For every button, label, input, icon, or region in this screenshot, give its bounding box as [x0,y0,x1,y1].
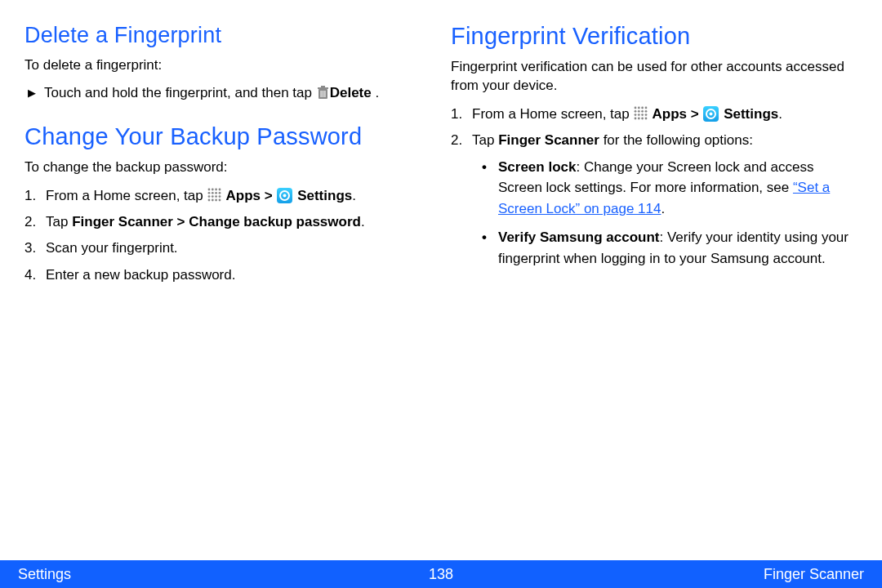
svg-point-27 [645,106,648,109]
heading-verification: Fingerprint Verification [451,23,858,50]
triangle-step: ▶ Touch and hold the fingerprint, and th… [28,83,431,104]
list-item: 1.From a Home screen, tap Apps > Setting… [451,104,858,125]
list-item: 2.Tap Finger Scanner > Change backup pas… [24,212,431,233]
left-column: Delete a Fingerprint To delete a fingerp… [24,23,431,291]
svg-point-28 [635,110,637,113]
triangle-bullet-icon: ▶ [28,87,36,99]
svg-rect-1 [318,87,328,89]
footer-page-number: 138 [429,566,453,583]
step-body: From a Home screen, tap Apps > Settings. [472,104,858,125]
svg-point-24 [635,106,637,109]
list-item: Screen lock: Change your Screen lock and… [482,157,858,220]
footer-right: Finger Scanner [764,566,864,583]
text: Tap [472,132,498,148]
change-steps-list: 1.From a Home screen, tap Apps > Setting… [24,185,431,286]
list-item: 1.From a Home screen, tap Apps > Setting… [24,185,431,207]
options-bullet-list: Screen lock: Change your Screen lock and… [482,157,858,270]
num: 2. [24,212,46,233]
svg-point-41 [710,112,713,115]
num: 3. [24,238,46,259]
bold-delete: Delete [330,85,372,100]
svg-point-34 [642,114,644,116]
num: 1. [451,104,472,125]
text: . [778,106,782,122]
bold-fs: Finger Scanner [498,132,599,148]
step-body: Tap Finger Scanner for the following opt… [472,130,858,277]
two-column-layout: Delete a Fingerprint To delete a fingerp… [0,0,882,291]
svg-point-9 [219,188,221,190]
svg-point-23 [283,194,287,197]
svg-point-7 [212,188,214,190]
text: . [372,85,379,100]
svg-point-32 [635,114,637,116]
bold-settings: Settings [293,188,352,203]
right-column: Fingerprint Verification Fingerprint ver… [451,23,858,291]
svg-rect-4 [323,91,323,97]
svg-point-12 [216,191,218,194]
svg-rect-5 [324,91,325,97]
bold-screenlock: Screen lock [498,159,576,175]
svg-point-39 [645,117,648,119]
step-body: Enter a new backup password. [46,265,431,286]
bold-verifysamsung: Verify Samsung account [498,229,659,245]
settings-gear-icon [277,188,292,203]
svg-point-16 [216,195,218,198]
num: 1. [24,185,46,207]
svg-rect-2 [321,86,325,87]
svg-point-35 [645,114,648,116]
intro-delete: To delete a fingerprint: [24,56,431,75]
svg-point-36 [635,117,637,119]
svg-point-31 [645,110,648,113]
list-item: Verify Samsung account: Verify your iden… [482,227,858,269]
apps-grid-icon [207,187,221,201]
svg-point-6 [208,188,211,190]
list-item: 2.Tap Finger Scanner for the following o… [451,130,858,277]
list-item: 3.Scan your fingerprint. [24,238,431,259]
svg-point-29 [638,110,640,113]
step-body: From a Home screen, tap Apps > Settings. [46,185,431,207]
apps-grid-icon [634,105,648,119]
step-body: Tap Finger Scanner > Change backup passw… [46,212,431,233]
manual-page: Delete a Fingerprint To delete a fingerp… [0,0,882,588]
trash-icon [317,86,329,100]
svg-point-13 [219,191,221,194]
svg-rect-3 [320,91,321,97]
svg-point-37 [638,117,640,119]
svg-point-17 [219,195,221,198]
delete-step-text: Touch and hold the fingerprint, and then… [44,83,379,104]
bold-apps: Apps > [222,188,276,203]
intro-verify: Fingerprint verification can be used for… [451,58,858,96]
bold-settings: Settings [719,106,778,122]
text: From a Home screen, tap [46,188,207,203]
svg-point-33 [638,114,640,116]
num: 4. [24,265,46,286]
svg-point-10 [208,191,211,194]
svg-point-18 [208,198,211,201]
page-footer: Settings 138 Finger Scanner [0,560,882,588]
text: . [661,201,665,216]
svg-point-26 [642,106,644,109]
svg-point-11 [212,191,214,194]
intro-change: To change the backup password: [24,158,431,177]
step-body: Scan your fingerprint. [46,238,431,259]
svg-point-19 [212,198,214,201]
list-item: 4.Enter a new backup password. [24,265,431,286]
text: From a Home screen, tap [472,106,633,122]
svg-point-8 [216,188,218,190]
svg-point-21 [219,198,221,201]
text: . [361,214,365,229]
heading-delete-fingerprint: Delete a Fingerprint [24,23,431,48]
svg-point-30 [642,110,644,113]
text: Touch and hold the fingerprint, and then… [44,85,316,100]
text: . [352,188,356,203]
verify-steps-list: 1.From a Home screen, tap Apps > Setting… [451,104,858,277]
footer-left: Settings [18,566,71,583]
svg-point-15 [212,195,214,198]
num: 2. [451,130,472,277]
bold-apps: Apps > [648,106,702,122]
svg-point-14 [208,195,211,198]
text: for the following options: [599,132,753,148]
svg-point-20 [216,198,218,201]
svg-point-25 [638,106,640,109]
heading-change-backup: Change Your Backup Password [24,123,431,150]
